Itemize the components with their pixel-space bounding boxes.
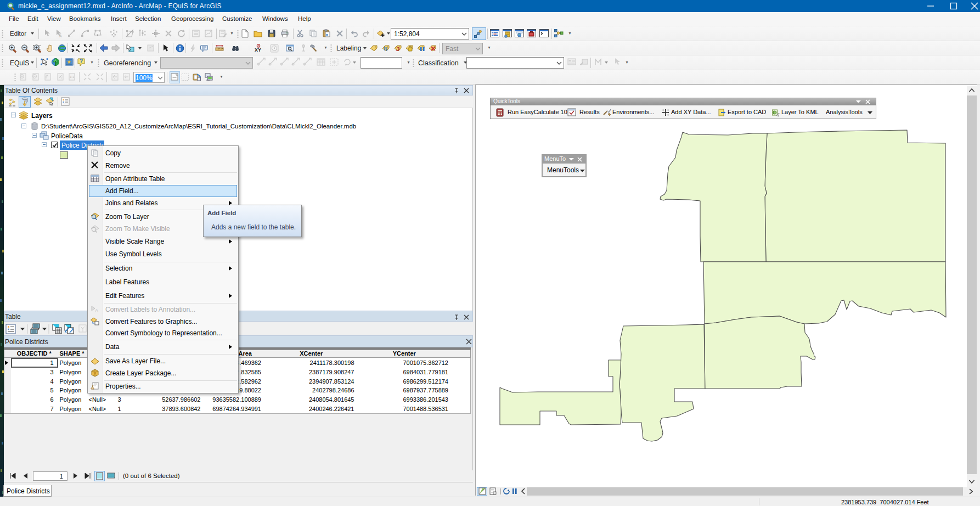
- svg-text:XY: XY: [255, 47, 261, 53]
- svg-text:A: A: [59, 34, 62, 38]
- svg-text:A: A: [95, 308, 98, 313]
